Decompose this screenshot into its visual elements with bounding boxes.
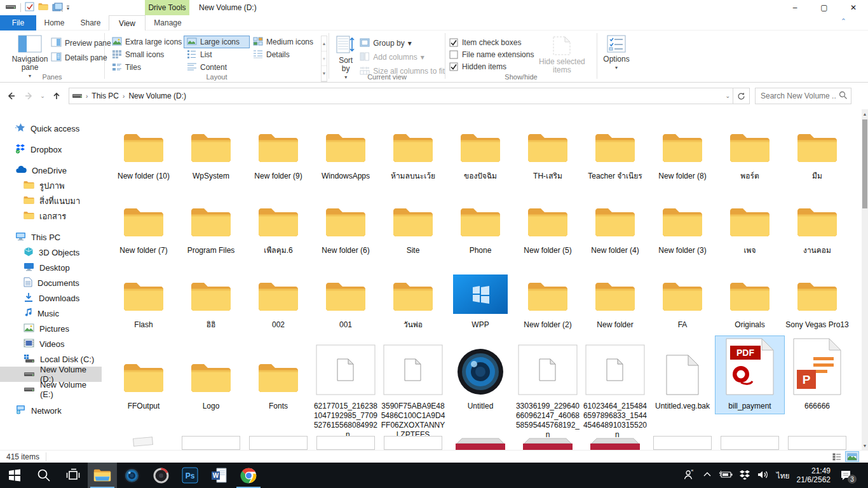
- folder-item[interactable]: Originals: [716, 267, 783, 333]
- sidebar-item-network[interactable]: Network: [0, 403, 102, 418]
- word-icon[interactable]: W: [205, 463, 234, 488]
- partially-visible-item[interactable]: [177, 436, 245, 450]
- partially-visible-item[interactable]: [447, 436, 514, 450]
- partially-visible-item[interactable]: [581, 436, 649, 450]
- checkbox-icon[interactable]: [25, 2, 34, 13]
- tab-view[interactable]: View: [109, 15, 146, 30]
- library-icon[interactable]: [52, 3, 63, 13]
- folder-item[interactable]: ห้ามลบนะเว้ย: [379, 118, 447, 184]
- folder-item[interactable]: New folder (4): [581, 193, 649, 259]
- folder-item[interactable]: Program Files: [177, 193, 245, 259]
- sidebar-item-new-volume-e-[interactable]: New Volume (E:): [0, 382, 102, 397]
- lens-app-icon[interactable]: [117, 463, 146, 488]
- file-explorer-icon[interactable]: [88, 463, 117, 488]
- layout-option-details[interactable]: Details: [250, 48, 318, 61]
- checkbox-file-name-extensions[interactable]: File name extensions: [449, 50, 534, 59]
- layout-option-large-icons[interactable]: Large icons: [184, 36, 250, 48]
- address-dropdown-icon[interactable]: ⌄: [725, 93, 730, 99]
- search-icon[interactable]: [29, 463, 58, 488]
- sidebar-item-documents[interactable]: Documents: [0, 275, 102, 290]
- sidebar-item-quick-access[interactable]: Quick access: [0, 121, 102, 136]
- options-button[interactable]: Options▾: [597, 33, 635, 72]
- breadcrumb-this-pc[interactable]: This PC: [92, 92, 119, 100]
- refresh-button[interactable]: [733, 88, 750, 104]
- folder-item[interactable]: มืม: [783, 118, 851, 184]
- partially-visible-item[interactable]: [110, 436, 177, 450]
- folder-item[interactable]: วันพ่อ: [379, 267, 447, 333]
- dropbox-tray-icon[interactable]: [740, 470, 750, 482]
- layout-option-medium-icons[interactable]: Medium icons: [250, 36, 318, 48]
- sidebar-item-videos[interactable]: Videos: [0, 336, 102, 351]
- layout-option-content[interactable]: Content: [184, 61, 250, 74]
- group-by-button[interactable]: Group by▾: [360, 37, 445, 50]
- sidebar-item-this-pc[interactable]: This PC: [0, 229, 102, 245]
- sidebar-item-3d-objects[interactable]: 3D Objects: [0, 245, 102, 260]
- aimp-icon[interactable]: [146, 463, 175, 488]
- folder-item[interactable]: 002: [245, 267, 312, 333]
- layout-option-extra-large-icons[interactable]: Extra large icons: [109, 36, 184, 48]
- battery-icon[interactable]: [719, 470, 733, 482]
- sidebar-item-สิ่งที่แนบมา[interactable]: สิ่งที่แนบมา: [0, 193, 102, 208]
- breadcrumb[interactable]: › This PC › New Volume (D:) ⌄: [69, 88, 733, 104]
- partially-visible-item[interactable]: [783, 436, 851, 450]
- folder-item[interactable]: FA: [649, 267, 716, 333]
- folder-item[interactable]: เพจ: [716, 193, 783, 259]
- folder-item[interactable]: Fonts: [245, 336, 312, 443]
- folder-item[interactable]: TH-เสริม: [514, 118, 581, 184]
- folder-item[interactable]: New folder (6): [312, 193, 379, 259]
- partially-visible-item[interactable]: [716, 436, 783, 450]
- add-columns-button[interactable]: Add columns▾: [360, 51, 445, 64]
- vertical-scrollbar[interactable]: ▲ ▼: [862, 109, 868, 450]
- layout-option-small-icons[interactable]: Small icons: [109, 48, 184, 61]
- file-item[interactable]: Untitled: [447, 336, 514, 443]
- sidebar-item-dropbox[interactable]: Dropbox: [0, 142, 102, 157]
- breadcrumb-current[interactable]: New Volume (D:): [128, 92, 186, 100]
- folder-item[interactable]: WpSystem: [177, 118, 245, 184]
- file-item[interactable]: PDFbill_payment: [716, 336, 783, 443]
- folder-item[interactable]: Teacher จำเนียร: [581, 118, 649, 184]
- partially-visible-item[interactable]: [514, 436, 581, 450]
- folder-item[interactable]: Site: [379, 193, 447, 259]
- back-button[interactable]: [0, 91, 22, 101]
- file-item[interactable]: Untitled.veg.bak: [649, 336, 716, 443]
- folder-item[interactable]: New folder (10): [110, 118, 177, 184]
- file-item[interactable]: 61023464_2154846597896833_15444546489103…: [581, 336, 649, 443]
- sidebar-item-pictures[interactable]: Pictures: [0, 321, 102, 336]
- scroll-up-icon[interactable]: ▲: [862, 109, 868, 118]
- folder-item[interactable]: Sony Vegas Pro13: [783, 267, 851, 333]
- search-input[interactable]: [756, 92, 839, 100]
- tab-file[interactable]: File: [0, 15, 36, 30]
- language-indicator[interactable]: ไทย: [776, 470, 790, 482]
- customize-toolbar-dropdown[interactable]: ▾: [67, 6, 69, 11]
- layout-option-list[interactable]: List: [184, 48, 250, 61]
- checkbox-item-check-boxes[interactable]: Item check boxes: [449, 38, 534, 47]
- folder-item[interactable]: 001: [312, 267, 379, 333]
- drive-tools-context-tab[interactable]: Drive Tools: [145, 0, 189, 15]
- up-button[interactable]: [48, 91, 65, 101]
- folder-item[interactable]: New folder (3): [649, 193, 716, 259]
- file-item[interactable]: 62177015_2162381047192985_77095276155680…: [312, 336, 379, 443]
- chrome-icon[interactable]: [234, 463, 263, 488]
- search-box[interactable]: [755, 88, 851, 104]
- folder-item[interactable]: เพื่ลคุม.6: [245, 193, 312, 259]
- layout-option-tiles[interactable]: Tiles: [109, 61, 184, 74]
- file-item[interactable]: WPP: [447, 267, 514, 333]
- task-view-icon[interactable]: [58, 463, 88, 488]
- folder-item[interactable]: อิอิ: [177, 267, 245, 333]
- folder-item[interactable]: WindowsApps: [312, 118, 379, 184]
- maximize-button[interactable]: ▢: [810, 0, 839, 15]
- sidebar-item-downloads[interactable]: Downloads: [0, 290, 102, 306]
- folder-item[interactable]: New folder: [581, 267, 649, 333]
- tab-manage[interactable]: Manage: [146, 15, 190, 30]
- file-item[interactable]: 3590F75ABA9E485486C100C1A9D4FF06ZXOXTANN…: [379, 336, 447, 443]
- close-button[interactable]: ✕: [839, 0, 868, 15]
- preview-pane-button[interactable]: Preview pane: [51, 37, 111, 50]
- folder-item[interactable]: พอร์ต: [716, 118, 783, 184]
- folder-item[interactable]: FFOutput: [110, 336, 177, 443]
- people-icon[interactable]: ᴿ: [683, 468, 696, 483]
- folder-item[interactable]: Phone: [447, 193, 514, 259]
- tab-home[interactable]: Home: [36, 15, 72, 30]
- file-item[interactable]: 33036199_229640660962147_460685859544576…: [514, 336, 581, 443]
- folder-item[interactable]: New folder (5): [514, 193, 581, 259]
- folder-icon[interactable]: [38, 3, 48, 13]
